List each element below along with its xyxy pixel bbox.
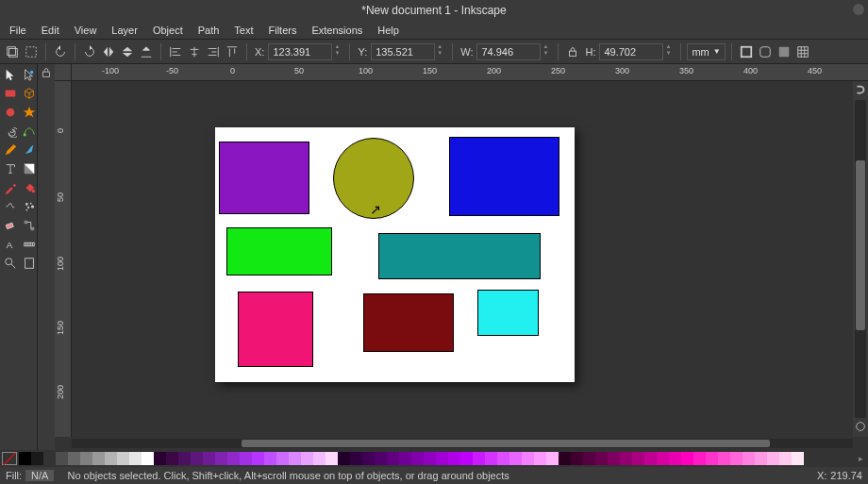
- palette-swatch[interactable]: [31, 452, 43, 465]
- palette-swatch[interactable]: [399, 452, 411, 465]
- palette-swatch[interactable]: [559, 452, 571, 465]
- palette-swatch[interactable]: [68, 452, 80, 465]
- palette-swatch[interactable]: [693, 452, 706, 465]
- palette-swatch[interactable]: [375, 452, 387, 465]
- palette-swatch[interactable]: [215, 452, 227, 465]
- canvas-rect[interactable]: [378, 233, 541, 279]
- palette-swatch[interactable]: [755, 452, 767, 465]
- palette-swatch[interactable]: [779, 452, 792, 465]
- h-input[interactable]: [599, 43, 663, 60]
- palette-swatch[interactable]: [240, 452, 252, 465]
- palette-swatch[interactable]: [227, 452, 240, 465]
- window-close-button[interactable]: [853, 4, 864, 15]
- palette-swatch[interactable]: [706, 452, 718, 465]
- palette-swatch[interactable]: [117, 452, 129, 465]
- palette-swatch[interactable]: [80, 452, 92, 465]
- palette-swatch[interactable]: [571, 452, 583, 465]
- palette-swatch[interactable]: [657, 452, 669, 465]
- vertical-scrollbar[interactable]: [855, 100, 866, 418]
- tweak-tool[interactable]: [2, 198, 19, 215]
- x-input[interactable]: [268, 43, 332, 60]
- 3dbox-tool[interactable]: [21, 85, 38, 102]
- palette-swatch[interactable]: [301, 452, 313, 465]
- palette-swatch[interactable]: [289, 452, 301, 465]
- palette-swatch[interactable]: [522, 452, 534, 465]
- canvas-rect[interactable]: [238, 292, 313, 367]
- palette-swatch[interactable]: [338, 452, 350, 465]
- palette-menu-icon[interactable]: ▸: [859, 454, 868, 463]
- palette-none-swatch[interactable]: [2, 452, 17, 465]
- menu-text[interactable]: Text: [226, 23, 260, 38]
- palette-swatch[interactable]: [436, 452, 448, 465]
- palette-swatch[interactable]: [608, 452, 620, 465]
- palette-swatch[interactable]: [154, 452, 166, 465]
- palette-swatch[interactable]: [252, 452, 264, 465]
- menu-extensions[interactable]: Extensions: [304, 23, 370, 38]
- select-all-icon[interactable]: [23, 43, 40, 60]
- canvas-rect[interactable]: [363, 293, 454, 352]
- unit-select[interactable]: mm▼: [687, 43, 725, 60]
- ruler-horizontal[interactable]: -100-50050100150200250300350400450500: [72, 64, 868, 81]
- menu-path[interactable]: Path: [191, 23, 227, 38]
- y-input[interactable]: [371, 43, 435, 60]
- menu-layer[interactable]: Layer: [104, 23, 145, 38]
- horizontal-scrollbar-thumb[interactable]: [242, 440, 770, 447]
- selector-tool[interactable]: [2, 66, 19, 83]
- star-tool[interactable]: [21, 104, 38, 121]
- palette-swatch[interactable]: [792, 452, 804, 465]
- w-spin[interactable]: ▲▼: [542, 43, 552, 60]
- palette-swatch[interactable]: [203, 452, 215, 465]
- scale-corners-icon[interactable]: [757, 43, 774, 60]
- paintbucket-tool[interactable]: [21, 179, 38, 196]
- y-spin[interactable]: ▲▼: [437, 43, 446, 60]
- flip-v-icon[interactable]: [119, 43, 136, 60]
- palette-swatch[interactable]: [92, 452, 105, 465]
- canvas-rect[interactable]: [477, 290, 539, 336]
- ellipse-tool[interactable]: [2, 104, 19, 121]
- palette-swatch[interactable]: [56, 452, 68, 465]
- palette-swatch[interactable]: [718, 452, 730, 465]
- palette-swatch[interactable]: [681, 452, 693, 465]
- pencil-tool[interactable]: [2, 142, 19, 159]
- move-gradient-icon[interactable]: [776, 43, 793, 60]
- palette-swatch[interactable]: [276, 452, 289, 465]
- guides-lock-icon[interactable]: [40, 66, 53, 81]
- calligraphy-tool[interactable]: [21, 142, 38, 159]
- rotate-cw-icon[interactable]: [81, 43, 98, 60]
- palette-swatch[interactable]: [362, 452, 375, 465]
- select-all-layers-icon[interactable]: [4, 43, 21, 60]
- palette-swatch[interactable]: [350, 452, 362, 465]
- h-spin[interactable]: ▲▼: [665, 43, 675, 60]
- spiral-tool[interactable]: [2, 123, 19, 140]
- palette-swatch[interactable]: [387, 452, 399, 465]
- palette-swatch[interactable]: [264, 452, 276, 465]
- palette-swatch[interactable]: [583, 452, 595, 465]
- canvas-ellipse[interactable]: [333, 138, 414, 219]
- palette-swatch[interactable]: [424, 452, 436, 465]
- lock-aspect-icon[interactable]: [564, 43, 581, 60]
- palette-swatch[interactable]: [509, 452, 522, 465]
- flip-h-icon[interactable]: [100, 43, 117, 60]
- palette-swatch[interactable]: [142, 452, 154, 465]
- w-input[interactable]: [476, 43, 541, 60]
- ruler-origin[interactable]: [55, 64, 72, 81]
- vertical-scrollbar-thumb[interactable]: [856, 160, 865, 330]
- eraser-tool[interactable]: [2, 217, 19, 234]
- menu-help[interactable]: Help: [370, 23, 407, 38]
- lpe-tool[interactable]: A: [2, 236, 19, 253]
- align-hcenter-icon[interactable]: [186, 43, 203, 60]
- rectangle-tool[interactable]: [2, 85, 19, 102]
- palette-swatch[interactable]: [497, 452, 509, 465]
- palette-swatch[interactable]: [632, 452, 644, 465]
- palette-swatch[interactable]: [546, 452, 559, 465]
- palette-swatch[interactable]: [460, 452, 473, 465]
- canvas-rect[interactable]: [449, 137, 559, 216]
- status-fill-value[interactable]: N/A: [25, 470, 54, 481]
- palette-swatch[interactable]: [326, 452, 338, 465]
- palette-swatch[interactable]: [448, 452, 460, 465]
- palette-swatch[interactable]: [105, 452, 117, 465]
- menu-view[interactable]: View: [67, 23, 105, 38]
- move-pattern-icon[interactable]: [794, 43, 811, 60]
- palette-swatch[interactable]: [767, 452, 779, 465]
- dropper-tool[interactable]: [2, 179, 19, 196]
